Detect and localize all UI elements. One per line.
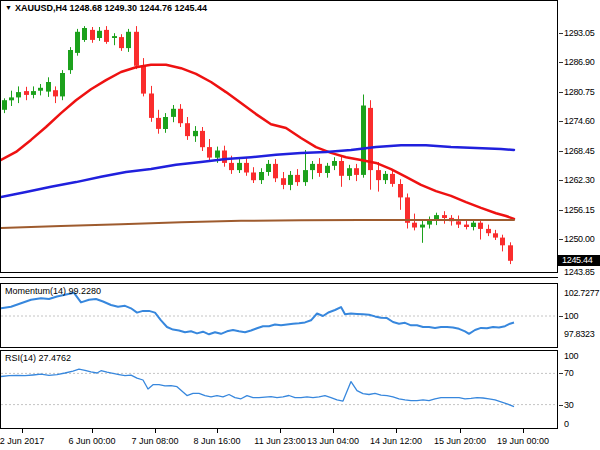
momentum-line (1, 293, 514, 335)
rsi-panel[interactable]: RSI(14) 27.4762 (0, 350, 558, 429)
chart-title-text: XAUUSD,H4 1248.68 1249.30 1244.76 1245.4… (15, 3, 207, 13)
time-tick-mark (155, 429, 156, 433)
axis-tick-label: 1256.15 (564, 205, 594, 215)
time-tick-mark (92, 429, 93, 433)
time-tick-mark (217, 429, 218, 433)
rsi-canvas (1, 351, 557, 428)
time-tick-label: 14 Jun 12:00 (361, 436, 431, 446)
axis-tick-label: 102.7277 (564, 288, 599, 298)
axis-tick-mark (559, 121, 563, 122)
axis-tick-mark (559, 405, 563, 406)
main-chart-canvas (1, 1, 557, 272)
time-tick-mark (333, 429, 334, 433)
time-tick-label: 7 Jun 08:00 (120, 436, 190, 446)
time-tick-mark (460, 429, 461, 433)
axis-tick-mark (559, 151, 563, 152)
axis-tick-mark (559, 210, 563, 211)
momentum-panel[interactable]: Momentum(14) 99.2280 (0, 283, 558, 348)
rsi-legend: RSI(14) 27.4762 (5, 353, 71, 363)
axis-tick-label: 100 (564, 351, 578, 361)
time-tick-label: 8 Jun 16:00 (182, 436, 252, 446)
axis-tick-label: 0 (564, 419, 569, 429)
lowest-price-label: 1243.85 (564, 267, 594, 277)
time-tick-mark (280, 429, 281, 433)
axis-tick-mark (559, 92, 563, 93)
axis-tick-label: 1293.05 (564, 28, 594, 38)
axis-tick-mark (559, 180, 563, 181)
time-tick-label: 13 Jun 04:00 (298, 436, 368, 446)
ma-medium-blue (1, 145, 514, 197)
time-tick-label: 6 Jun 00:00 (57, 436, 127, 446)
axis-tick-label: 100 (564, 311, 578, 321)
axis-tick-label: 1268.45 (564, 146, 594, 156)
axis-tick-mark (559, 239, 563, 240)
ma-fast-red (1, 65, 514, 219)
panel-separator[interactable] (0, 277, 558, 278)
time-tick-label: 15 Jun 20:00 (425, 436, 495, 446)
axis-tick-mark (559, 33, 563, 34)
rsi-line (1, 369, 514, 407)
axis-tick-label: 1250.00 (564, 234, 594, 244)
time-tick-mark (22, 429, 23, 433)
price-axis[interactable]: 1245.44 1243.85 1293.051286.901280.75127… (558, 0, 600, 450)
axis-tick-label: 1274.60 (564, 116, 594, 126)
axis-tick-mark (559, 373, 563, 374)
axis-tick-label: 70 (564, 368, 573, 378)
chart-title: ▼XAUUSD,H4 1248.68 1249.30 1244.76 1245.… (5, 3, 207, 13)
symbol-dropdown-icon[interactable]: ▼ (5, 4, 12, 11)
time-tick-label: 2 Jun 2017 (0, 436, 57, 446)
axis-tick-label: 30 (564, 400, 573, 410)
axis-tick-label: 1262.30 (564, 175, 594, 185)
time-tick-mark (523, 429, 524, 433)
time-tick-mark (396, 429, 397, 433)
ma-slow-brown (1, 220, 514, 228)
axis-tick-mark (559, 62, 563, 63)
time-tick-label: 19 Jun 00:00 (488, 436, 558, 446)
main-chart-panel[interactable]: ▼XAUUSD,H4 1248.68 1249.30 1244.76 1245.… (0, 0, 558, 273)
axis-tick-mark (559, 316, 563, 317)
axis-tick-label: 97.8323 (564, 329, 594, 339)
chart-window: { "title_bar": { "collapse_icon": "▼", "… (0, 0, 600, 450)
axis-tick-label: 1280.75 (564, 87, 594, 97)
axis-tick-label: 1286.90 (564, 57, 594, 67)
momentum-legend: Momentum(14) 99.2280 (5, 286, 101, 296)
current-price-badge: 1245.44 (558, 255, 600, 266)
time-axis[interactable]: 2 Jun 20176 Jun 00:007 Jun 08:008 Jun 16… (0, 429, 558, 450)
